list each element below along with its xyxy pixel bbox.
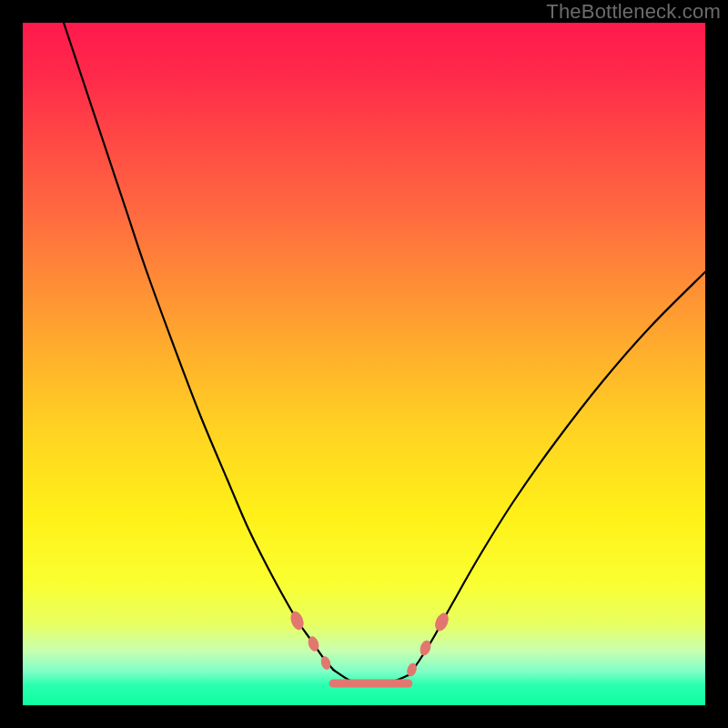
marker-group — [288, 611, 450, 677]
curve-right-branch — [409, 272, 705, 675]
watermark-text: TheBottleneck.com — [546, 0, 721, 24]
marker-left-low — [320, 655, 332, 670]
bottleneck-curve-plot — [23, 23, 705, 705]
curve-left-branch — [64, 23, 333, 670]
marker-right-upper — [433, 612, 450, 632]
chart-frame — [23, 23, 705, 705]
